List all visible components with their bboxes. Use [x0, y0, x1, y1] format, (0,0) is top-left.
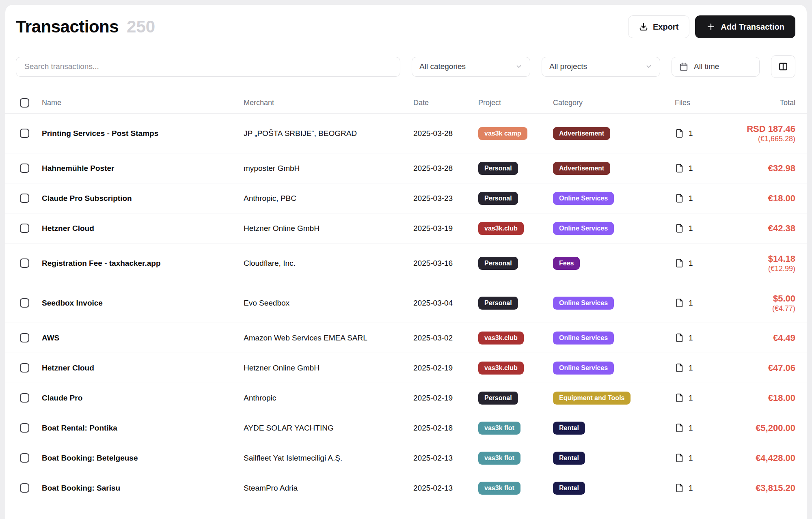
columns-toggle-button[interactable]	[771, 55, 795, 78]
page-title: Transactions	[16, 17, 119, 37]
project-badge: Personal	[478, 392, 518, 405]
file-count: 1	[689, 259, 693, 268]
file-icon	[675, 393, 684, 403]
calendar-icon	[679, 62, 688, 71]
table-row[interactable]: AWS Amazon Web Services EMEA SARL 2025-0…	[5, 323, 807, 353]
plus-icon	[706, 22, 716, 32]
transaction-date: 2025-03-04	[413, 299, 478, 308]
add-transaction-button[interactable]: Add Transaction	[695, 15, 795, 38]
project-badge: vas3k.club	[478, 362, 524, 375]
row-checkbox[interactable]	[20, 453, 29, 463]
row-checkbox[interactable]	[20, 194, 29, 203]
file-count: 1	[689, 224, 693, 233]
transaction-merchant: Hetzner Online GmbH	[244, 224, 413, 233]
table-row[interactable]: Boat Rental: Pontika AYDE SOLAR YACHTING…	[5, 413, 807, 443]
row-checkbox[interactable]	[20, 423, 29, 433]
download-icon	[639, 22, 648, 31]
transaction-name: Claude Pro Subscription	[42, 194, 244, 203]
transaction-total: €3,815.20	[723, 482, 795, 494]
category-badge: Online Services	[553, 332, 614, 345]
transaction-total: €18.00	[723, 392, 795, 404]
projects-filter[interactable]: All projects	[542, 57, 660, 77]
table-row[interactable]: Boat Booking: Betelgeuse Sailfleet Yat I…	[5, 443, 807, 473]
transaction-date: 2025-03-16	[413, 259, 478, 268]
transaction-name: Hetzner Cloud	[42, 224, 244, 233]
table-row[interactable]: Hetzner Cloud Hetzner Online GmbH 2025-0…	[5, 213, 807, 243]
file-icon	[675, 363, 684, 373]
row-checkbox[interactable]	[20, 393, 29, 403]
transaction-date: 2025-03-19	[413, 224, 478, 233]
project-badge: vas3k camp	[478, 127, 527, 140]
transaction-total: €5,200.00	[723, 422, 795, 434]
row-checkbox[interactable]	[20, 129, 29, 138]
export-button-label: Export	[653, 22, 678, 32]
transaction-name: Printing Services - Post Stamps	[42, 129, 244, 138]
row-checkbox[interactable]	[20, 258, 29, 268]
file-count: 1	[689, 364, 693, 373]
transaction-merchant: JP „POŠTA SRBIJE“, BEOGRAD	[244, 129, 413, 138]
transaction-merchant: Anthropic	[244, 394, 413, 403]
table-row[interactable]: Claude Pro Subscription Anthropic, PBC 2…	[5, 183, 807, 213]
file-count: 1	[689, 484, 693, 493]
time-filter[interactable]: All time	[672, 57, 760, 77]
transaction-date: 2025-02-19	[413, 394, 478, 403]
row-checkbox[interactable]	[20, 483, 29, 493]
table-row[interactable]: Seedbox Invoice Evo Seedbox 2025-03-04 P…	[5, 283, 807, 323]
table-body: Printing Services - Post Stamps JP „POŠT…	[5, 114, 807, 503]
transaction-name: AWS	[42, 334, 244, 342]
category-badge: Online Services	[553, 222, 614, 235]
project-badge: vas3k.club	[478, 222, 524, 235]
transaction-merchant: Cloudflare, Inc.	[244, 259, 413, 268]
file-icon	[675, 423, 684, 433]
table-row[interactable]: Registration Fee - taxhacker.app Cloudfl…	[5, 243, 807, 283]
transaction-name: Claude Pro	[42, 394, 244, 403]
column-header-date: Date	[413, 99, 478, 107]
transaction-merchant: Anthropic, PBC	[244, 194, 413, 203]
table-row[interactable]: Claude Pro Anthropic 2025-02-19 Personal…	[5, 383, 807, 413]
table-header-row: Name Merchant Date Project Category File…	[5, 93, 807, 114]
select-all-checkbox[interactable]	[20, 98, 29, 108]
table-row[interactable]: Boat Booking: Sarisu SteamPro Adria 2025…	[5, 473, 807, 503]
transactions-count: 250	[127, 17, 155, 37]
table-row[interactable]: Hetzner Cloud Hetzner Online GmbH 2025-0…	[5, 353, 807, 383]
project-badge: Personal	[478, 162, 518, 175]
transaction-date: 2025-02-19	[413, 364, 478, 373]
categories-filter[interactable]: All categories	[412, 57, 530, 77]
file-count: 1	[689, 334, 693, 342]
search-input[interactable]	[16, 57, 400, 77]
category-badge: Fees	[553, 257, 580, 270]
file-count: 1	[689, 424, 693, 433]
transaction-date: 2025-03-28	[413, 164, 478, 173]
transaction-merchant: AYDE SOLAR YACHTING	[244, 424, 413, 433]
column-header-category: Category	[553, 99, 675, 107]
transaction-total: €32.98	[723, 163, 795, 174]
row-checkbox[interactable]	[20, 164, 29, 173]
row-checkbox[interactable]	[20, 333, 29, 342]
chevron-down-icon	[645, 63, 652, 70]
project-badge: Personal	[478, 257, 518, 270]
transaction-date: 2025-02-18	[413, 424, 478, 433]
table-row[interactable]: Hahnemühle Poster myposter GmbH 2025-03-…	[5, 153, 807, 183]
filter-bar: All categories All projects All time	[5, 55, 807, 78]
row-checkbox[interactable]	[20, 363, 29, 373]
file-icon	[675, 298, 684, 308]
project-badge: vas3k flot	[478, 452, 520, 465]
file-icon	[675, 194, 684, 203]
column-header-files: Files	[675, 99, 723, 107]
transaction-name: Hetzner Cloud	[42, 364, 244, 373]
column-header-name: Name	[42, 99, 244, 107]
transaction-name: Boat Booking: Sarisu	[42, 484, 244, 493]
page-header: Transactions 250 Export Add Transaction	[5, 5, 807, 38]
export-button[interactable]: Export	[628, 15, 689, 38]
time-filter-value: All time	[694, 62, 719, 71]
row-checkbox[interactable]	[20, 224, 29, 233]
file-icon	[675, 258, 684, 268]
transaction-merchant: myposter GmbH	[244, 164, 413, 173]
file-icon	[675, 483, 684, 493]
row-checkbox[interactable]	[20, 298, 29, 308]
project-badge: vas3k flot	[478, 482, 520, 495]
table-row[interactable]: Printing Services - Post Stamps JP „POŠT…	[5, 114, 807, 153]
transaction-total: €4.49	[723, 332, 795, 344]
transaction-name: Registration Fee - taxhacker.app	[42, 259, 244, 268]
transaction-total: €4,428.00	[723, 452, 795, 464]
